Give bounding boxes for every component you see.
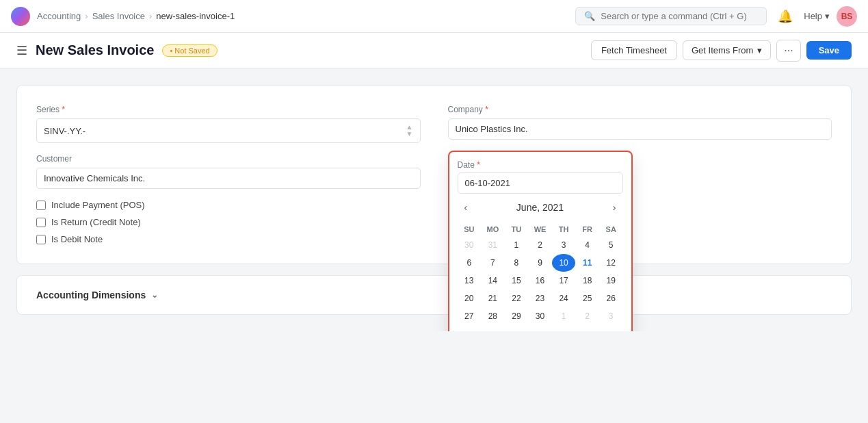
- top-navigation: Accounting › Sales Invoice › new-sales-i…: [0, 0, 868, 33]
- breadcrumb-accounting[interactable]: Accounting: [37, 11, 81, 21]
- cal-header-tu: TU: [505, 222, 529, 236]
- cal-header-fr: FR: [575, 222, 599, 236]
- calendar-month-year: June, 2021: [516, 202, 564, 213]
- breadcrumb-sep-2: ›: [149, 11, 152, 21]
- cal-day-w4-d4: 1: [552, 307, 576, 325]
- customer-value: Innovative Chemicals Inc.: [44, 173, 145, 183]
- is-return-checkbox[interactable]: [36, 218, 46, 227]
- cal-header-su: SU: [458, 222, 482, 236]
- fetch-timesheet-button[interactable]: Fetch Timesheet: [591, 40, 677, 60]
- cal-day-w1-d1[interactable]: 7: [481, 254, 505, 272]
- cal-day-w1-d6[interactable]: 12: [599, 254, 623, 272]
- calendar-days-grid: 3031123456789101112131415161718192021222…: [458, 236, 623, 325]
- header-actions: Fetch Timesheet Get Items From ▾ ··· Sav…: [591, 40, 852, 62]
- cal-day-w0-d3[interactable]: 2: [528, 236, 552, 254]
- series-required-mark: *: [62, 105, 65, 114]
- form-grid: Series * SINV-.YY.- ▲▼ Customer Innovati…: [36, 105, 832, 244]
- help-chevron-icon: ▾: [825, 11, 830, 21]
- cal-day-w3-d1[interactable]: 21: [481, 290, 505, 307]
- customer-label: Customer: [36, 154, 421, 164]
- global-search[interactable]: 🔍: [575, 7, 767, 25]
- cal-day-w4-d3[interactable]: 30: [528, 307, 552, 325]
- help-label: Help: [804, 11, 822, 21]
- cal-day-w1-d0[interactable]: 6: [458, 254, 482, 272]
- customer-input[interactable]: Innovative Chemicals Inc.: [36, 168, 421, 189]
- include-payment-checkbox[interactable]: [36, 201, 46, 210]
- cal-header-we: WE: [528, 222, 552, 236]
- series-field-group: Series * SINV-.YY.- ▲▼: [36, 105, 421, 143]
- accounting-dimensions-header[interactable]: Accounting Dimensions ⌄: [36, 290, 832, 300]
- breadcrumb: Accounting › Sales Invoice › new-sales-i…: [37, 11, 235, 21]
- cal-day-w2-d0[interactable]: 13: [458, 272, 482, 290]
- cal-day-w3-d4[interactable]: 24: [552, 290, 576, 307]
- is-debit-note-checkbox-item[interactable]: Is Debit Note: [36, 234, 421, 244]
- checkbox-group: Include Payment (POS) Is Return (Credit …: [36, 200, 421, 244]
- cal-day-w1-d2[interactable]: 8: [505, 254, 529, 272]
- page-header: ☰ New Sales Invoice • Not Saved Fetch Ti…: [0, 33, 868, 68]
- breadcrumb-current: new-sales-invoice-1: [156, 11, 235, 21]
- cal-day-w1-d5[interactable]: 11: [575, 254, 599, 272]
- cal-day-w4-d1[interactable]: 28: [481, 307, 505, 325]
- series-label: Series *: [36, 105, 421, 114]
- cal-day-w4-d5: 2: [575, 307, 599, 325]
- help-menu[interactable]: Help ▾: [804, 11, 830, 21]
- accounting-dimensions-card: Accounting Dimensions ⌄: [16, 275, 852, 315]
- calendar-grid: SU MO TU WE TH FR SA: [458, 222, 623, 236]
- company-label: Company *: [448, 105, 832, 114]
- cal-day-w3-d5[interactable]: 25: [575, 290, 599, 307]
- cal-day-w2-d4[interactable]: 17: [552, 272, 576, 290]
- breadcrumb-sep-1: ›: [85, 11, 88, 21]
- company-input[interactable]: Unico Plastics Inc.: [448, 118, 832, 140]
- cal-day-w2-d2[interactable]: 15: [505, 272, 529, 290]
- date-label: Date *: [458, 160, 623, 170]
- cal-day-w0-d2[interactable]: 1: [505, 236, 529, 254]
- cal-day-w0-d6[interactable]: 5: [599, 236, 623, 254]
- cal-day-w3-d0[interactable]: 20: [458, 290, 482, 307]
- avatar[interactable]: BS: [837, 6, 857, 27]
- cal-day-w1-d3[interactable]: 9: [528, 254, 552, 272]
- include-payment-label: Include Payment (POS): [51, 200, 145, 210]
- company-value: Unico Plastics Inc.: [456, 124, 528, 134]
- calendar-today-button[interactable]: Today: [458, 325, 623, 331]
- include-payment-checkbox-item[interactable]: Include Payment (POS): [36, 200, 421, 210]
- cal-day-w3-d3[interactable]: 23: [528, 290, 552, 307]
- cal-day-w1-d4[interactable]: 10: [552, 254, 576, 272]
- notification-bell-icon[interactable]: 🔔: [774, 9, 797, 24]
- save-button[interactable]: Save: [806, 41, 852, 60]
- date-required-mark: *: [477, 160, 480, 170]
- cal-day-w2-d1[interactable]: 14: [481, 272, 505, 290]
- not-saved-badge: • Not Saved: [162, 44, 217, 57]
- series-input[interactable]: SINV-.YY.- ▲▼: [36, 118, 421, 143]
- cal-day-w4-d2[interactable]: 29: [505, 307, 529, 325]
- breadcrumb-sales-invoice[interactable]: Sales Invoice: [92, 11, 145, 21]
- get-items-from-button[interactable]: Get Items From ▾: [683, 40, 771, 60]
- cal-day-w2-d6[interactable]: 19: [599, 272, 623, 290]
- cal-day-w2-d5[interactable]: 18: [575, 272, 599, 290]
- cal-day-w0-d5[interactable]: 4: [575, 236, 599, 254]
- series-spinner-icon[interactable]: ▲▼: [406, 124, 413, 138]
- search-icon: 🔍: [584, 11, 595, 21]
- accounting-dimensions-chevron-icon: ⌄: [151, 290, 158, 300]
- cal-day-w0-d0: 30: [458, 236, 482, 254]
- company-required-mark: *: [485, 105, 488, 114]
- is-debit-note-label: Is Debit Note: [51, 234, 103, 244]
- cal-day-w2-d3[interactable]: 16: [528, 272, 552, 290]
- more-options-button[interactable]: ···: [776, 40, 800, 62]
- date-input[interactable]: [458, 172, 623, 194]
- search-input[interactable]: [601, 11, 758, 21]
- company-field-group: Company * Unico Plastics Inc.: [448, 105, 832, 140]
- is-return-checkbox-item[interactable]: Is Return (Credit Note): [36, 217, 421, 227]
- cal-day-w4-d0[interactable]: 27: [458, 307, 482, 325]
- cal-day-w3-d6[interactable]: 26: [599, 290, 623, 307]
- series-value: SINV-.YY.-: [44, 126, 86, 136]
- calendar-nav: ‹ June, 2021 ›: [458, 199, 623, 216]
- calendar-next-button[interactable]: ›: [609, 199, 620, 216]
- hamburger-icon[interactable]: ☰: [16, 43, 27, 58]
- cal-day-w3-d2[interactable]: 22: [505, 290, 529, 307]
- calendar-prev-button[interactable]: ‹: [460, 199, 472, 216]
- main-form-card: Series * SINV-.YY.- ▲▼ Customer Innovati…: [16, 85, 852, 264]
- get-items-chevron-icon: ▾: [757, 45, 762, 55]
- cal-day-w0-d4[interactable]: 3: [552, 236, 576, 254]
- is-debit-note-checkbox[interactable]: [36, 235, 46, 244]
- cal-day-w0-d1: 31: [481, 236, 505, 254]
